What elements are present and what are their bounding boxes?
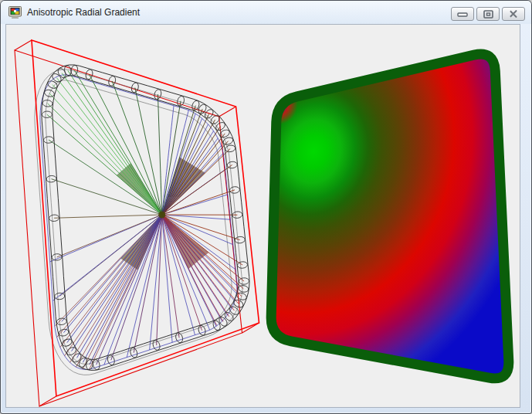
minimize-button[interactable] xyxy=(451,7,474,21)
app-window: Anisotropic Radial Gradient xyxy=(0,0,532,414)
opengl-render-canvas[interactable] xyxy=(6,25,520,407)
spoke xyxy=(162,114,209,215)
section-ring xyxy=(46,175,57,182)
spoke-back xyxy=(60,215,162,348)
section-ring xyxy=(235,236,246,244)
spoke xyxy=(90,74,162,215)
section-ring xyxy=(227,161,238,169)
window-controls xyxy=(451,7,525,21)
spoke-back xyxy=(162,138,219,215)
spoke xyxy=(162,215,235,310)
spoke-back xyxy=(70,215,162,362)
spoke xyxy=(83,215,161,362)
app-icon xyxy=(8,6,22,19)
gradient-view xyxy=(240,54,509,378)
spoke xyxy=(162,109,202,215)
spoke xyxy=(162,215,229,317)
close-icon xyxy=(509,10,518,18)
spoke xyxy=(49,140,162,215)
section-ring xyxy=(238,285,249,293)
red-box-edge xyxy=(219,107,236,117)
spoke xyxy=(162,134,225,215)
spoke xyxy=(47,114,162,215)
titlebar[interactable]: Anisotropic Radial Gradient xyxy=(1,1,531,24)
spoke xyxy=(56,78,161,215)
client-area xyxy=(5,24,520,408)
spoke xyxy=(162,215,239,304)
restore-icon xyxy=(483,10,493,19)
section-ring xyxy=(107,75,117,87)
section-ring xyxy=(198,324,207,336)
section-ring xyxy=(225,144,236,152)
close-button[interactable] xyxy=(502,7,525,21)
window-title: Anisotropic Radial Gradient xyxy=(27,7,140,18)
spoke xyxy=(162,215,244,281)
wireframe-view xyxy=(15,40,259,406)
spoke xyxy=(62,215,162,321)
section-ring xyxy=(130,82,140,93)
spoke xyxy=(158,94,161,215)
section-ring xyxy=(58,328,69,337)
spoke xyxy=(112,81,162,215)
spoke-back xyxy=(57,215,162,338)
restore-button[interactable] xyxy=(476,7,500,21)
spoke xyxy=(53,85,162,215)
minimize-icon xyxy=(457,11,468,17)
red-box-edge xyxy=(15,40,32,50)
section-ring xyxy=(129,347,138,358)
spoke-center-blob xyxy=(158,212,165,219)
spoke xyxy=(90,215,162,365)
spoke xyxy=(72,215,162,351)
spoke xyxy=(54,215,162,218)
spoke xyxy=(162,127,221,215)
